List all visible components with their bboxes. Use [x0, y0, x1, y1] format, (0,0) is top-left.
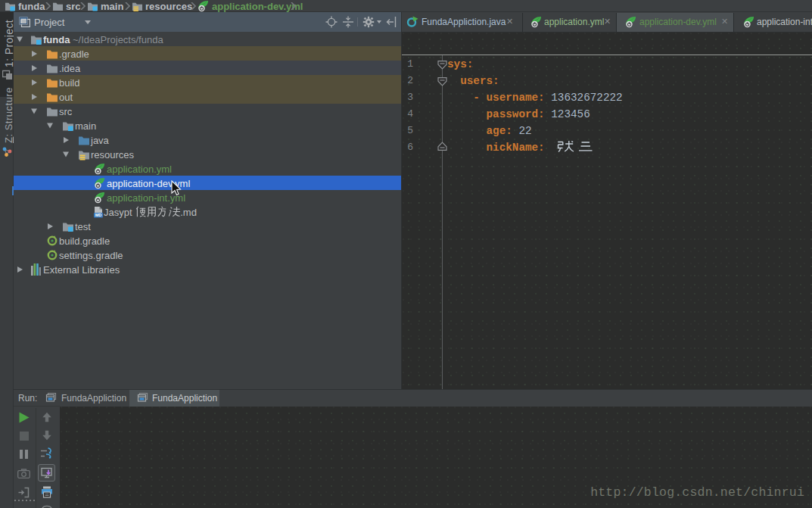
svg-text:MD: MD	[95, 213, 102, 217]
